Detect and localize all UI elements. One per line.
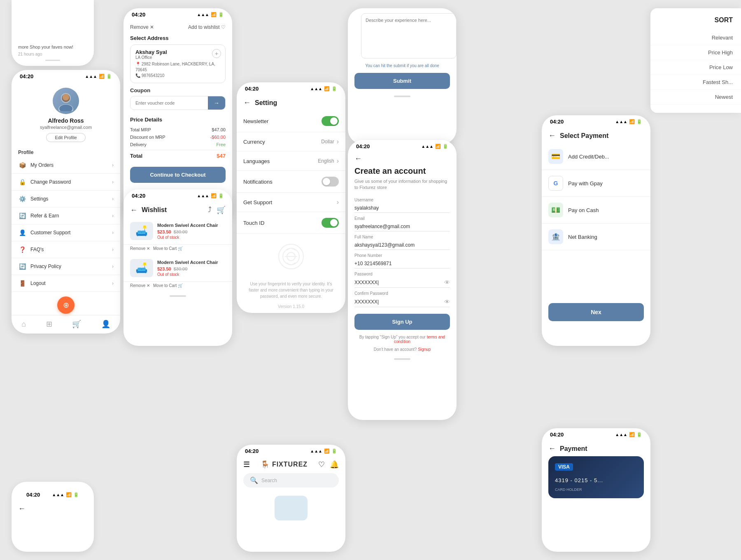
sort-option-newest[interactable]: Newest <box>650 90 741 105</box>
wifi-icon: 📶 <box>435 144 441 149</box>
chevron-right-icon: › <box>112 230 114 236</box>
setting-support[interactable]: Get Support › <box>237 193 345 212</box>
stock-status: Out of stock <box>157 235 226 240</box>
sort-option-price-high[interactable]: Price High <box>650 45 741 60</box>
nav-home-icon[interactable]: ⌂ <box>21 320 26 329</box>
setting-languages[interactable]: Languages English › <box>237 152 345 171</box>
card-visual: VISA 4319 - 0215 - 5... CARD HOLDER <box>548 456 644 498</box>
search-bar[interactable]: 🔍 Search <box>243 473 339 488</box>
remove-button[interactable]: Remove ✕ <box>130 246 150 251</box>
signup-button[interactable]: Sign Up <box>354 314 450 330</box>
phone-value[interactable]: +10 3214569871 <box>354 261 391 266</box>
menu-item-logout[interactable]: 🚪 Logout › <box>12 275 120 292</box>
move-to-cart-button[interactable]: Move to Cart 🛒 <box>153 246 183 251</box>
password-value[interactable]: XXXXXXX| <box>354 280 379 285</box>
fullname-value[interactable]: akshaysyal123@gmail.com <box>354 242 415 248</box>
wishlist-item: 🛋️ Modern Swivel Accent Chair $23.50 $30… <box>124 255 232 282</box>
add-address-button[interactable]: + <box>212 49 221 58</box>
payment-option-cash[interactable]: 💵 Pay on Cash <box>542 197 650 224</box>
time-account: 04:20 <box>356 143 370 149</box>
submit-button[interactable]: Submit <box>354 73 450 89</box>
sort-option-price-low[interactable]: Price Low <box>650 60 741 75</box>
back-button[interactable]: ← <box>548 131 556 140</box>
chevron-right-icon: › <box>112 213 114 219</box>
privacy-icon: 🔄 <box>18 262 26 271</box>
touchid-toggle[interactable] <box>322 218 339 228</box>
wishlist-item: 🛋️ Modern Swivel Accent Chair $23.50 $30… <box>124 218 232 245</box>
fab-button[interactable]: ⊕ <box>57 296 75 314</box>
confirm-eye-icon[interactable]: 👁 <box>444 299 450 305</box>
notifications-label: Notifications <box>243 179 273 185</box>
move-to-cart-button-2[interactable]: Move to Cart 🛒 <box>153 283 183 288</box>
nav-cart-icon[interactable]: 🛒 <box>72 320 81 329</box>
wishlist-screen: 04:20 ▲▲▲ 📶 🔋 ← Wishlist ⤴ 🛒 🛋️ Modern S… <box>124 189 232 346</box>
checkout-button[interactable]: Continue to Checkout <box>130 167 226 183</box>
product-name: Modern Swivel Accent Chair <box>157 259 226 265</box>
sort-option-fastest[interactable]: Fastest Sh... <box>650 75 741 90</box>
menu-item-faq[interactable]: ❓ FAQ's › <box>12 241 120 258</box>
profile-screen: 04:20 ▲▲▲ 📶 🔋 Alfredo Ross syalfreelance… <box>12 70 120 334</box>
newsletter-toggle[interactable] <box>322 116 339 126</box>
address-card[interactable]: + Akshay Syal LA Office 📍 2982 Robinson … <box>130 44 226 83</box>
coupon-submit-button[interactable]: → <box>208 96 225 110</box>
remove-button-2[interactable]: Remove ✕ <box>130 283 150 288</box>
confirm-value[interactable]: XXXXXXX| <box>354 299 379 305</box>
bell-icon[interactable]: 🔔 <box>330 460 339 469</box>
address-chevron-icon: › <box>208 61 210 67</box>
chevron-right-icon: › <box>112 179 114 185</box>
signal-icon: ▲▲▲ <box>310 449 322 453</box>
wifi-icon: 📶 <box>324 448 330 454</box>
password-eye-icon[interactable]: 👁 <box>444 279 450 286</box>
menu-item-password[interactable]: 🔒 Change Password › <box>12 174 120 191</box>
chevron-right-icon: › <box>337 198 339 206</box>
back-button[interactable]: ← <box>18 504 26 513</box>
address-street: 📍 2982 Robinson Lane, HACKBERRY, LA, 706… <box>135 61 220 73</box>
avatar <box>53 88 79 114</box>
menu-item-refer[interactable]: 🔄 Refer & Earn › <box>12 208 120 224</box>
wifi-icon: 📶 <box>629 119 635 124</box>
coupon-input[interactable] <box>130 97 208 109</box>
signal-icon: ▲▲▲ <box>615 432 627 437</box>
nav-grid-icon[interactable]: ⊞ <box>46 320 52 329</box>
share-icon[interactable]: ⤴ <box>208 205 212 215</box>
payment-card-header: ← Payment <box>542 439 650 456</box>
email-value[interactable]: syafreelance@gmail.com <box>354 224 410 229</box>
select-address-title: Select Address <box>124 33 232 44</box>
username-value[interactable]: syalakshay <box>354 205 379 211</box>
wishlist-button[interactable]: Add to wishlist ♡ <box>188 24 226 30</box>
back-button[interactable]: ← <box>354 154 362 163</box>
remove-button[interactable]: Remove ✕ <box>130 24 154 30</box>
heart-icon[interactable]: ♡ <box>318 460 325 469</box>
review-textarea[interactable] <box>361 13 457 58</box>
next-button[interactable]: Nex <box>548 303 644 321</box>
menu-item-support[interactable]: 👤 Customer Support › <box>12 224 120 241</box>
sort-option-relevant[interactable]: Relevant <box>650 30 741 45</box>
payment-option-gpay[interactable]: G Pay with Gpay <box>542 170 650 197</box>
menu-item-settings[interactable]: ⚙️ Settings › <box>12 191 120 208</box>
time-settings: 04:20 <box>245 86 259 92</box>
menu-item-orders[interactable]: 📦 My Orders › <box>12 157 120 174</box>
payment-option-bank[interactable]: 🏦 Net Banking <box>542 224 650 250</box>
username-field: Username syalakshay <box>348 196 457 215</box>
back-button[interactable]: ← <box>243 98 251 107</box>
nav-profile-icon[interactable]: 👤 <box>101 320 110 329</box>
notifications-toggle[interactable] <box>322 177 339 187</box>
settings-icon: ⚙️ <box>18 195 26 203</box>
back-button[interactable]: ← <box>548 444 556 453</box>
mrp-value: $47.00 <box>212 127 226 132</box>
coupon-section: Coupon → <box>124 83 232 112</box>
back-screen-partial: 04:20 ▲▲▲ 📶 🔋 ← <box>12 482 94 552</box>
product-thumbnail: 🛋️ <box>130 259 153 277</box>
menu-item-privacy[interactable]: 🔄 Privacy Policy › <box>12 258 120 275</box>
time-cart: 04:20 <box>132 12 145 18</box>
edit-profile-button[interactable]: Edit Profile <box>46 133 85 142</box>
chevron-right-icon: › <box>112 162 114 168</box>
signup-link[interactable]: Signup <box>418 347 431 352</box>
setting-currency[interactable]: Currency Dollar › <box>237 132 345 152</box>
cart-icon[interactable]: 🛒 <box>217 205 226 215</box>
status-bar-cart: 04:20 ▲▲▲ 📶 🔋 <box>124 8 232 19</box>
menu-icon[interactable]: ☰ <box>243 460 250 469</box>
payment-option-credit[interactable]: 💳 Add Credit/Deb... <box>542 143 650 170</box>
time-payment: 04:20 <box>550 119 564 125</box>
back-button[interactable]: ← <box>130 206 137 215</box>
